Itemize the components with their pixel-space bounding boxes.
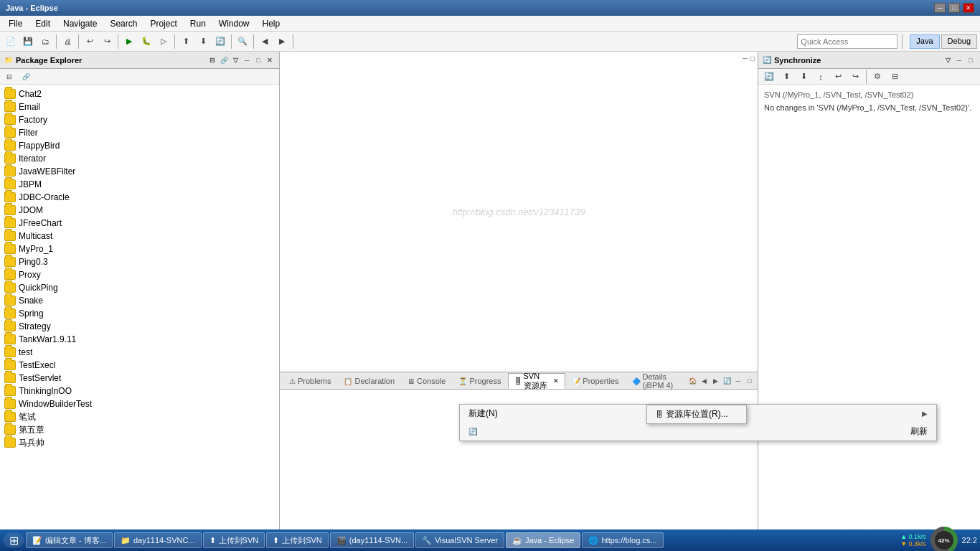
collapse-all-btn[interactable]: ⊟ — [207, 55, 217, 65]
save-btn[interactable]: 💾 — [20, 34, 36, 50]
tree-item-jdbc[interactable]: JDBC-Oracle — [0, 191, 279, 204]
taskbar-item-blog[interactable]: 📝 编辑文章 - 博客... — [26, 532, 113, 548]
tree-item-strategy[interactable]: Strategy — [0, 320, 279, 333]
tab-close-icon[interactable]: ✕ — [553, 377, 559, 385]
sync-btn2[interactable]: ⬆ — [778, 69, 794, 85]
redo-btn[interactable]: ↪ — [99, 34, 115, 50]
menu-window[interactable]: Window — [213, 17, 255, 30]
tree-item-testexecl[interactable]: TestExecl — [0, 359, 279, 372]
new-btn[interactable]: 📄 — [3, 34, 19, 50]
sync-min-btn[interactable]: ─ — [954, 55, 964, 65]
taskbar-item-eclipse[interactable]: ☕ Java - Eclipse — [506, 532, 580, 548]
pe-collapse-btn[interactable]: ⊟ — [1, 69, 17, 85]
taskbar-item-svnc[interactable]: 📁 day1114-SVNC... — [114, 532, 202, 548]
tree-item-ping03[interactable]: Ping0.3 — [0, 255, 279, 268]
sync-collapse-btn[interactable]: ⊟ — [887, 69, 903, 85]
tree-item-spring[interactable]: Spring — [0, 307, 279, 320]
tree-item-thinkinginoo[interactable]: ThinkingInOO — [0, 385, 279, 397]
tree-item-chat2[interactable]: Chat2 — [0, 88, 279, 100]
taskbar-item-visualsvn[interactable]: 🔧 VisualSVN Server — [415, 532, 504, 548]
sync-settings-btn[interactable]: ⚙ — [870, 69, 885, 85]
taskbar-item-browser[interactable]: 🌐 https://blog.cs... — [582, 532, 663, 548]
home-btn[interactable]: 🏠 — [687, 376, 697, 386]
tree-item-diwuzhang[interactable]: 第五章 — [0, 423, 279, 436]
tree-item-email[interactable]: Email — [0, 100, 279, 113]
tree-item-jbpm[interactable]: JBPM — [0, 178, 279, 191]
search-btn[interactable]: 🔍 — [235, 34, 250, 50]
sync-btn3[interactable]: ⬇ — [796, 69, 811, 85]
tab-properties[interactable]: 📝 Properties — [565, 373, 625, 389]
submenu-item-repository[interactable]: 🗄 资源库位置(R)... — [647, 405, 746, 423]
close-button[interactable]: ✕ — [963, 3, 974, 13]
menu-run[interactable]: Run — [184, 17, 212, 30]
tree-item-javawebfilter[interactable]: JavaWEBFilter — [0, 165, 279, 178]
link-editor-btn[interactable]: 🔗 — [219, 55, 229, 65]
java-perspective-btn[interactable]: Java — [910, 34, 939, 49]
tree-item-filter[interactable]: Filter — [0, 126, 279, 139]
menu-file[interactable]: File — [3, 17, 28, 30]
tree-item-mypro1[interactable]: MyPro_1 — [0, 242, 279, 255]
tab-progress[interactable]: ⏳ Progress — [452, 373, 507, 389]
tree-item-iterator[interactable]: Iterator — [0, 152, 279, 165]
menu-edit[interactable]: Edit — [29, 17, 56, 30]
debug-btn[interactable]: 🐛 — [138, 34, 154, 50]
save-all-btn[interactable]: 🗂 — [37, 34, 53, 50]
tree-item-bishi[interactable]: 笔试 — [0, 410, 279, 423]
tree-item-windowbuilder[interactable]: WindowBuilderTest — [0, 397, 279, 410]
tree-item-mabingshuai[interactable]: 马兵帅 — [0, 436, 279, 449]
minimize-panel-btn[interactable]: ─ — [242, 55, 252, 65]
taskbar-item-upload1[interactable]: ⬆ 上传到SVN — [203, 532, 265, 548]
run-btn[interactable]: ▶ — [121, 34, 137, 50]
fwd-btn[interactable]: ▶ — [710, 376, 720, 386]
tree-item-proxy[interactable]: Proxy — [0, 268, 279, 281]
back-btn[interactable]: ◀ — [699, 376, 709, 386]
svn-btn1[interactable]: ⬆ — [178, 34, 194, 50]
menu-navigate[interactable]: Navigate — [57, 17, 103, 30]
bottom-min-btn[interactable]: ─ — [733, 376, 743, 386]
tab-problems[interactable]: ⚠ Problems — [283, 373, 337, 389]
print-btn[interactable]: 🖨 — [60, 34, 75, 50]
quick-access-input[interactable] — [797, 34, 897, 49]
editor-max-btn[interactable]: □ — [750, 55, 755, 62]
minimize-button[interactable]: ─ — [934, 3, 946, 13]
sync-btn1[interactable]: 🔄 — [761, 69, 777, 85]
taskbar-start-button[interactable]: ⊞ — [3, 532, 24, 548]
close-panel-btn[interactable]: ✕ — [265, 55, 275, 65]
sync-view-menu[interactable]: ▽ — [943, 55, 953, 65]
tree-item-quickping[interactable]: QuickPing — [0, 281, 279, 294]
maximize-button[interactable]: □ — [948, 3, 960, 13]
tree-item-jfreechart[interactable]: JFreeChart — [0, 217, 279, 230]
tree-item-jdom[interactable]: JDOM — [0, 204, 279, 217]
tree-item-flappybird[interactable]: FlappyBird — [0, 139, 279, 152]
view-menu-btn[interactable]: ▽ — [230, 55, 240, 65]
taskbar-item-day1114[interactable]: 🎬 (day1114-SVN... — [330, 532, 414, 548]
tab-console[interactable]: 🖥 Console — [401, 373, 452, 389]
taskbar-item-upload2[interactable]: ⬆ 上传到SVN — [266, 532, 329, 548]
sync-btn5[interactable]: ↩ — [830, 69, 846, 85]
debug-perspective-btn[interactable]: Debug — [941, 34, 977, 49]
sync-max-btn[interactable]: □ — [966, 55, 976, 65]
tree-item-tankwar[interactable]: TankWar1.9.11 — [0, 333, 279, 346]
sync-btn4[interactable]: ↕ — [813, 69, 829, 85]
bottom-max-btn[interactable]: □ — [745, 376, 755, 386]
tree-item-factory[interactable]: Factory — [0, 113, 279, 126]
context-menu-item-refresh[interactable]: 🔄 刷新 — [460, 423, 936, 441]
tree-item-testservlet[interactable]: TestServlet — [0, 372, 279, 385]
tree-item-multicast[interactable]: Multicast — [0, 230, 279, 242]
tab-details-jbpm[interactable]: 🔷 Details (jBPM 4) — [626, 373, 688, 389]
menu-help[interactable]: Help — [257, 17, 286, 30]
svn-btn2[interactable]: ⬇ — [195, 34, 211, 50]
tree-item-test[interactable]: test — [0, 346, 279, 359]
tab-svn-resources[interactable]: 🗄 SVN 资源库 ✕ — [508, 373, 566, 389]
tree-item-snake[interactable]: Snake — [0, 294, 279, 307]
menu-project[interactable]: Project — [144, 17, 182, 30]
editor-min-btn[interactable]: ─ — [743, 55, 748, 62]
tab-declaration[interactable]: 📋 Declaration — [337, 373, 401, 389]
menu-search[interactable]: Search — [104, 17, 143, 30]
undo-btn[interactable]: ↩ — [82, 34, 98, 50]
run-last-btn[interactable]: ▷ — [156, 34, 171, 50]
refresh-btn[interactable]: 🔄 — [722, 376, 732, 386]
nav-back[interactable]: ◀ — [257, 34, 273, 50]
sync-btn6[interactable]: ↪ — [847, 69, 863, 85]
nav-fwd[interactable]: ▶ — [274, 34, 290, 50]
